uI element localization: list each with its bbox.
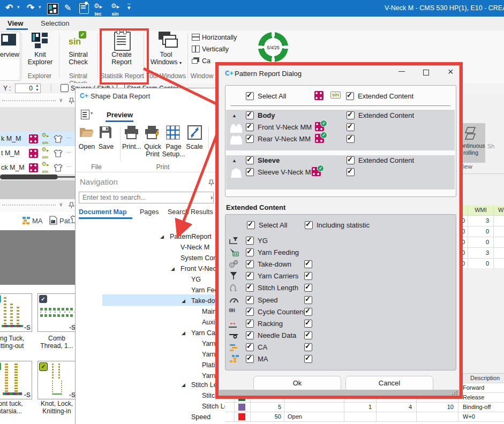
- part-extended-checkbox[interactable]: [347, 135, 355, 143]
- report-menu-dropdown-icon[interactable]: ▾: [91, 111, 93, 116]
- open-button[interactable]: Open: [78, 143, 96, 150]
- row-more-icon[interactable]: ...: [66, 147, 71, 154]
- including-statistic-checkbox[interactable]: [305, 221, 313, 229]
- item-extended-checkbox[interactable]: [304, 272, 312, 280]
- report-menu-icon[interactable]: [81, 110, 89, 119]
- search-go-icon[interactable]: ›: [210, 193, 213, 201]
- item-checkbox[interactable]: [246, 296, 254, 304]
- item-extended-checkbox[interactable]: [304, 320, 312, 328]
- desc-cell[interactable]: Binding-off: [458, 403, 504, 412]
- wmi-cell[interactable]: [494, 216, 504, 226]
- item-checkbox[interactable]: [246, 331, 254, 339]
- item-checkbox[interactable]: [246, 248, 254, 256]
- item-extended-checkbox[interactable]: [304, 331, 312, 339]
- undo-icon[interactable]: ↶: [5, 2, 13, 13]
- wmi-cell[interactable]: [494, 237, 504, 248]
- toolbar-overflow-icon[interactable]: ▾: [127, 4, 131, 11]
- wmi-cell[interactable]: [494, 259, 504, 269]
- item-checkbox[interactable]: [246, 272, 254, 280]
- y-spinner[interactable]: 0 ▲ ▼: [15, 84, 41, 93]
- scrollbar-thumb[interactable]: [0, 175, 58, 179]
- select-all-checkbox[interactable]: [246, 92, 254, 100]
- collapse-chevron-icon[interactable]: ∨: [59, 201, 63, 207]
- collapse-triangle-icon[interactable]: ▲: [232, 158, 237, 163]
- close-button[interactable]: ×: [448, 66, 454, 78]
- item-checkbox[interactable]: [246, 343, 254, 351]
- shape-pattern-icon[interactable]: [29, 134, 38, 143]
- tab-preview[interactable]: Preview: [107, 111, 133, 119]
- minimize-button[interactable]: —: [398, 67, 405, 75]
- item-checkbox[interactable]: [246, 237, 254, 245]
- ext-select-all-checkbox[interactable]: [247, 221, 255, 229]
- sleeve-checkbox[interactable]: [246, 156, 254, 164]
- body-checkbox[interactable]: [246, 111, 254, 119]
- part-checkbox[interactable]: [246, 168, 254, 176]
- item-extended-checkbox[interactable]: [304, 284, 312, 292]
- horizontally-item[interactable]: Horizontally: [202, 34, 237, 41]
- cancel-button[interactable]: Cancel: [345, 376, 433, 391]
- collapse-triangle-icon[interactable]: ▲: [232, 113, 237, 118]
- body-extended-checkbox[interactable]: [347, 111, 355, 119]
- wmi-cell[interactable]: 0: [468, 237, 494, 248]
- item-extended-checkbox[interactable]: [304, 260, 312, 268]
- sin-gear-icon[interactable]: ⚙▶sin: [41, 146, 49, 160]
- pattern-grid-icon[interactable]: [47, 3, 58, 14]
- item-checkbox[interactable]: [246, 308, 254, 316]
- tab-pages[interactable]: Pages: [140, 208, 159, 216]
- quick-print-button[interactable]: QuickPrint: [142, 143, 163, 158]
- shape-pattern-icon[interactable]: [314, 91, 324, 100]
- sleeve-extended-checkbox[interactable]: [347, 156, 355, 164]
- wmi-cell[interactable]: 3: [468, 216, 494, 226]
- part-extended-checkbox[interactable]: [347, 123, 355, 131]
- part-row[interactable]: t M_M ⚙▶sin ...: [0, 146, 75, 161]
- module-tile[interactable]: ✓ -S: [37, 361, 77, 399]
- item-extended-checkbox[interactable]: [304, 296, 312, 304]
- tab-search-results[interactable]: Search Results: [168, 208, 213, 216]
- tab-document-map[interactable]: Document Map: [79, 208, 127, 216]
- report-tool-icon[interactable]: [79, 3, 89, 14]
- item-checkbox[interactable]: [246, 284, 254, 292]
- maximize-button[interactable]: [423, 70, 429, 75]
- wmi-cell[interactable]: [494, 226, 504, 237]
- tshirt-icon[interactable]: [54, 135, 63, 143]
- vertically-item[interactable]: Vertically: [202, 46, 229, 53]
- extended-content-checkbox[interactable]: [346, 92, 354, 100]
- wmi-cell[interactable]: 3: [468, 248, 494, 259]
- pin-icon[interactable]: [208, 179, 214, 186]
- shape-pattern-icon[interactable]: [29, 163, 38, 172]
- part-checkbox[interactable]: [246, 135, 254, 143]
- desc-cell[interactable]: W+0: [458, 412, 504, 422]
- square-shift-checkbox[interactable]: [61, 84, 69, 92]
- ok-button[interactable]: Ok: [253, 376, 341, 391]
- collapse-chevron-icon[interactable]: ∨: [59, 97, 63, 103]
- pin-icon[interactable]: [69, 202, 74, 209]
- item-checkbox[interactable]: [246, 355, 254, 363]
- item-extended-checkbox[interactable]: [304, 343, 312, 351]
- row-more-icon[interactable]: ...: [66, 133, 71, 139]
- desc-cell[interactable]: Forward: [458, 383, 504, 393]
- module-tile[interactable]: ✓ -S: [37, 293, 77, 332]
- tab-view[interactable]: View: [7, 19, 23, 27]
- redo-icon[interactable]: ↷: [27, 2, 34, 13]
- part-row[interactable]: k M_M ⚙▶sin ...: [0, 132, 75, 146]
- tshirt-icon[interactable]: [54, 164, 63, 172]
- redo-dropdown-icon[interactable]: ▾: [39, 4, 41, 10]
- tshirt-icon[interactable]: [54, 149, 63, 157]
- row-more-icon[interactable]: ...: [66, 162, 71, 168]
- resize-grip[interactable]: [452, 390, 458, 395]
- pin-icon[interactable]: [69, 97, 74, 104]
- draw-pencil-icon[interactable]: ✎: [64, 3, 71, 13]
- part-row[interactable]: ck M_M ⚙▶sin ...: [0, 161, 75, 175]
- search-input[interactable]: [79, 192, 214, 203]
- undo-dropdown-icon[interactable]: ▾: [17, 4, 20, 10]
- cascade-item[interactable]: Ca: [202, 57, 210, 65]
- tab-selection[interactable]: Selection: [41, 19, 69, 27]
- part-extended-checkbox[interactable]: [347, 168, 355, 176]
- page-setup-button[interactable]: PageSetup...: [161, 143, 186, 158]
- print-button[interactable]: Print...: [122, 143, 142, 150]
- part-checkbox[interactable]: [246, 123, 254, 131]
- sin-gear-icon[interactable]: ⚙▶sin: [41, 132, 49, 146]
- wmi-cell[interactable]: 0: [468, 259, 494, 269]
- desc-cell[interactable]: Release: [458, 393, 504, 403]
- module-tile[interactable]: -S: [0, 293, 32, 332]
